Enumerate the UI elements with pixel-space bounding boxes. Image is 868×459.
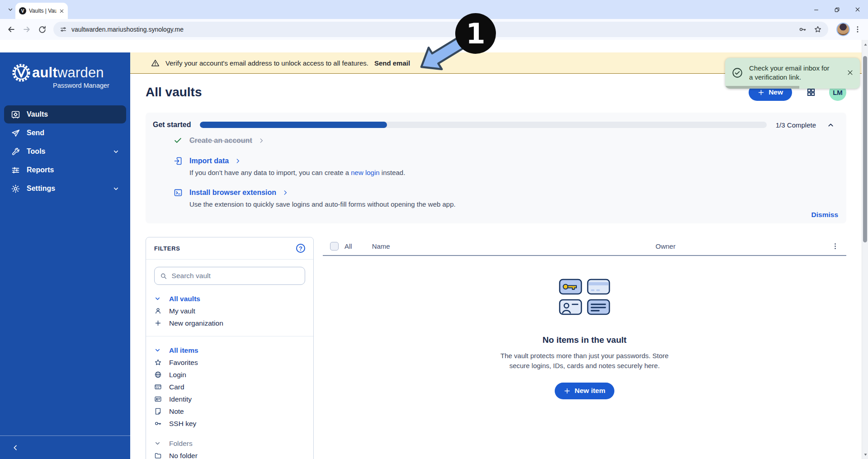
new-login-link[interactable]: new login (351, 169, 379, 176)
sidebar-item-label: Tools (27, 147, 45, 156)
step-import-data[interactable]: Import data (174, 156, 838, 166)
password-key-icon[interactable] (798, 25, 807, 33)
chevron-left-icon (12, 444, 19, 451)
chevron-right-icon (282, 189, 288, 196)
identity-tile-icon (559, 299, 582, 315)
step-install-extension[interactable]: Install browser extension (174, 188, 838, 197)
vault-item-tiles (559, 279, 610, 315)
browser-tabstrip: V Vaults | Vault (0, 0, 868, 19)
vault-safe-icon (11, 110, 21, 119)
scrollbar-up-arrow[interactable] (862, 41, 868, 48)
collapse-chevron-up-icon[interactable] (827, 121, 835, 129)
sidebar-item-tools[interactable]: Tools (4, 142, 126, 161)
page-scrollbar[interactable] (862, 40, 868, 459)
filter-note[interactable]: Note (154, 405, 305, 417)
urlbar-right-icons (798, 25, 822, 33)
browser-toolbar: vaultwarden.mariushosting.synology.me (0, 19, 868, 40)
restore-button[interactable] (826, 0, 847, 19)
email-verification-toast: Check your email inbox for a verificatio… (725, 58, 860, 89)
minimize-button[interactable] (806, 0, 826, 19)
window-controls (806, 0, 868, 19)
plus-icon (564, 388, 571, 394)
empty-state-description: The vault protects more than just your p… (499, 351, 670, 371)
column-owner[interactable]: Owner (656, 242, 675, 250)
workspace: FILTERS ? (146, 237, 846, 459)
url-bar[interactable]: vaultwarden.mariushosting.synology.me (53, 22, 828, 37)
filter-new-organization[interactable]: New organization (154, 317, 305, 329)
filter-identity[interactable]: Identity (154, 393, 305, 405)
send-email-link[interactable]: Send email (374, 59, 410, 67)
plus-icon (758, 89, 764, 96)
search-vault-box[interactable] (154, 267, 305, 285)
filter-all-vaults[interactable]: All vaults (154, 293, 305, 305)
sidebar-nav: Vaults Send Tools (0, 105, 130, 198)
folder-icon (154, 452, 163, 459)
progress-bar (200, 122, 766, 128)
filter-my-vault[interactable]: My vault (154, 305, 305, 317)
reload-button[interactable] (34, 22, 50, 37)
search-icon (160, 272, 167, 280)
chevron-down-icon (113, 185, 119, 192)
filter-ssh-key[interactable]: SSH key (154, 417, 305, 430)
vaultwarden-favicon-icon: V (19, 7, 26, 14)
import-helper-text: If you don't have any data to import, yo… (189, 169, 838, 176)
scrollbar-down-arrow[interactable] (862, 451, 868, 458)
browser-tab[interactable]: V Vaults | Vault (15, 3, 68, 19)
sidebar-item-label: Vaults (27, 110, 48, 118)
filters-title: FILTERS (154, 245, 180, 252)
sidebar-item-label: Reports (27, 166, 54, 174)
bookmark-star-icon[interactable] (814, 25, 822, 33)
filter-favorites[interactable]: Favorites (154, 356, 305, 369)
column-name[interactable]: Name (372, 242, 390, 250)
tab-close-icon[interactable] (59, 9, 64, 14)
sidebar-item-send[interactable]: Send (4, 124, 126, 142)
search-vault-input[interactable] (172, 272, 299, 280)
sidebar-item-reports[interactable]: Reports (4, 161, 126, 179)
site-settings-icon[interactable] (60, 26, 67, 33)
back-button[interactable] (4, 22, 19, 37)
new-item-button[interactable]: New item (555, 383, 614, 399)
filters-divider (146, 336, 313, 336)
sidebar-collapse[interactable] (0, 435, 130, 459)
send-plane-icon (11, 128, 21, 138)
close-window-button[interactable] (847, 0, 868, 19)
filter-no-folder[interactable]: No folder (154, 450, 305, 459)
note-tile-icon (587, 299, 610, 315)
table-options-icon[interactable] (831, 242, 839, 250)
filter-folders[interactable]: Folders (154, 437, 305, 450)
tab-search-button[interactable] (5, 4, 16, 15)
sidebar-item-settings[interactable]: Settings (4, 180, 126, 198)
sidebar-item-label: Send (27, 129, 44, 137)
sidebar-item-vaults[interactable]: Vaults (4, 105, 126, 123)
step-label: Import data (189, 157, 229, 165)
help-icon[interactable]: ? (296, 244, 305, 253)
filter-all-items[interactable]: All items (154, 344, 305, 356)
warning-triangle-icon (151, 59, 160, 67)
filter-login[interactable]: Login (154, 369, 305, 381)
grid-view-icon[interactable] (807, 88, 816, 97)
browser-profile-avatar[interactable] (836, 23, 850, 36)
forward-button[interactable] (19, 22, 34, 37)
browser-menu-icon[interactable] (854, 25, 862, 33)
scrollbar-thumb[interactable] (863, 56, 867, 242)
empty-state-title: No items in the vault (323, 335, 846, 345)
tab-title: Vaults | Vault (29, 8, 57, 14)
dismiss-link[interactable]: Dismiss (811, 211, 838, 219)
person-icon (154, 307, 163, 315)
plus-icon (154, 319, 163, 327)
filter-card[interactable]: Card (154, 381, 305, 393)
toast-message: Check your email inbox for a verificatio… (749, 64, 831, 82)
select-all-checkbox[interactable] (330, 242, 339, 251)
toast-close-icon[interactable] (847, 69, 854, 76)
step-create-account[interactable]: Create an account (174, 136, 838, 145)
url-text[interactable]: vaultwarden.mariushosting.synology.me (71, 26, 184, 33)
vaultwarden-page: aultwarden Password Manager Vaults (0, 40, 868, 459)
folder-filter-group: Folders No folder (154, 437, 305, 459)
chevron-down-icon (154, 440, 163, 447)
check-circle-icon (731, 67, 743, 79)
credit-card-icon (154, 383, 163, 391)
chevron-down-icon (8, 7, 13, 12)
gear-icon (11, 184, 21, 194)
import-icon (174, 156, 184, 166)
id-card-icon (154, 395, 163, 403)
